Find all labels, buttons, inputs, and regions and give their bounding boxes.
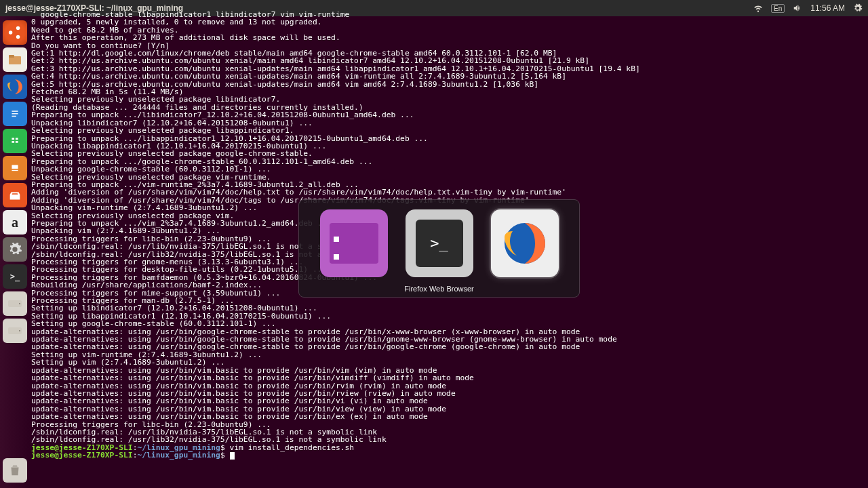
firefox-window-icon [500, 219, 549, 268]
svg-rect-14 [16, 141, 18, 143]
calc-icon[interactable] [3, 129, 27, 153]
firefox-icon[interactable] [3, 75, 27, 99]
software-icon[interactable] [3, 183, 27, 207]
amazon-icon[interactable]: a [3, 210, 27, 235]
svg-rect-16 [12, 165, 18, 169]
terminal-line: update-alternatives: using /usr/bin/vim.… [31, 397, 865, 405]
svg-point-2 [16, 35, 20, 39]
svg-point-19 [19, 303, 20, 304]
svg-rect-12 [16, 138, 18, 140]
svg-rect-4 [9, 55, 14, 58]
svg-rect-8 [12, 113, 18, 114]
trash-icon[interactable] [3, 458, 27, 483]
switcher-item-terminal[interactable]: >_ [406, 209, 473, 277]
terminal-line: Setting up google-chrome-stable (60.0.31… [31, 320, 865, 327]
terminal-line: Unpacking google-chrome-stable (60.0.311… [31, 165, 865, 173]
terminal-window-icon: >_ [416, 220, 463, 267]
files-window-icon [330, 223, 378, 264]
terminal-line: Setting up vim (2:7.4.1689-3ubuntu1.2) .… [31, 359, 865, 366]
svg-rect-9 [12, 116, 16, 117]
writer-icon[interactable] [3, 102, 27, 126]
svg-point-0 [9, 30, 13, 35]
terminal-line: update-alternatives: using /usr/bin/vim.… [31, 374, 865, 382]
terminal-line: Selecting previously unselected package … [31, 127, 865, 134]
terminal-line: Selecting previously unselected package … [31, 150, 865, 157]
terminal-line: Preparing to unpack .../libindicator7_12… [31, 111, 865, 119]
svg-point-1 [16, 26, 20, 30]
app-switcher[interactable]: >_ Firefox Web Browser [298, 199, 580, 298]
switcher-label: Firefox Web Browser [299, 285, 579, 293]
files-icon[interactable] [3, 47, 27, 72]
terminal-prompt[interactable]: jesse@jesse-Z170XP-SLI:~/linux_gpu_minin… [31, 451, 865, 460]
svg-rect-11 [12, 138, 14, 140]
drive1-icon[interactable] [3, 291, 27, 316]
settings-icon[interactable] [3, 237, 27, 262]
dash-icon[interactable] [3, 20, 27, 45]
svg-rect-7 [12, 110, 18, 111]
terminal-icon[interactable]: >_ [3, 264, 27, 289]
switcher-item-files[interactable] [320, 209, 388, 277]
cursor [230, 452, 235, 460]
terminal-line: After this operation, 273 MB of addition… [31, 34, 865, 41]
switcher-item-firefox[interactable] [491, 209, 559, 277]
svg-rect-13 [12, 141, 14, 143]
svg-rect-10 [10, 136, 20, 147]
unity-launcher: a >_ [0, 16, 30, 488]
svg-rect-17 [12, 170, 18, 171]
svg-point-21 [19, 330, 20, 331]
drive2-icon[interactable] [3, 319, 27, 343]
terminal-line: Get:4 http://us.archive.ubuntu.com/ubunt… [31, 73, 865, 80]
terminal-line: update-alternatives: using /usr/bin/vim.… [31, 413, 865, 420]
impress-icon[interactable] [3, 156, 27, 180]
